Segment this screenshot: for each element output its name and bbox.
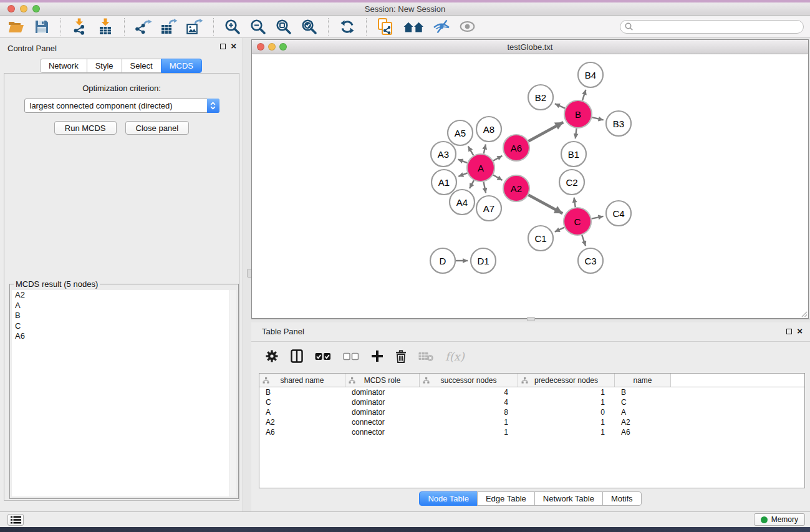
- toolbar-separator: [60, 18, 61, 36]
- zoom-out-icon[interactable]: [248, 17, 268, 36]
- double-home-icon[interactable]: [401, 17, 426, 36]
- memory-label: Memory: [771, 515, 798, 524]
- import-table-icon[interactable]: [95, 17, 115, 36]
- edge-C-C2[interactable]: [574, 198, 576, 207]
- scrollbar-track[interactable]: [229, 290, 236, 496]
- network-window-titlebar[interactable]: testGlobe.txt: [252, 40, 808, 54]
- columns-icon[interactable]: [291, 349, 303, 363]
- export-image-icon[interactable]: [185, 17, 205, 36]
- zoom-fit-icon[interactable]: [274, 17, 294, 36]
- graph-node-label: A5: [455, 128, 466, 138]
- tab-network-table[interactable]: Network Table: [534, 491, 603, 506]
- edge-A-A5[interactable]: [468, 147, 474, 156]
- edge-A-A4[interactable]: [470, 180, 474, 188]
- show-graphics-details-icon: [457, 17, 477, 36]
- criterion-dropdown[interactable]: largest connected component (directed): [24, 99, 219, 113]
- close-panel-button[interactable]: Close panel: [125, 121, 190, 135]
- export-table-icon[interactable]: [159, 17, 179, 36]
- new-network-from-selection-icon[interactable]: [375, 17, 395, 36]
- tab-select[interactable]: Select: [122, 59, 162, 73]
- open-session-icon[interactable]: [6, 17, 26, 36]
- result-item[interactable]: C: [12, 321, 236, 332]
- control-panel-title: Control Panel: [7, 44, 57, 53]
- edge-B-B3[interactable]: [592, 117, 603, 120]
- memory-button[interactable]: Memory: [754, 513, 805, 526]
- result-item[interactable]: A2: [12, 290, 236, 301]
- close-icon[interactable]: ×: [797, 327, 803, 335]
- edge-A-A7[interactable]: [484, 182, 486, 193]
- table-row[interactable]: A6connector11A6: [259, 427, 804, 437]
- tab-edge-table[interactable]: Edge Table: [477, 491, 535, 506]
- import-network-icon[interactable]: [70, 17, 90, 36]
- toolbar-separator: [124, 18, 125, 36]
- select-all-icon[interactable]: [315, 352, 331, 360]
- edge-C-C3[interactable]: [582, 235, 586, 246]
- cell: 1: [518, 398, 615, 407]
- split-pane-grip-horizontal[interactable]: [527, 317, 535, 321]
- result-item[interactable]: B: [12, 311, 236, 321]
- edge-B-B1[interactable]: [576, 128, 577, 138]
- edge-C-C1[interactable]: [555, 228, 564, 232]
- cell: A2: [615, 418, 671, 427]
- cell: A2: [259, 418, 345, 427]
- mcds-result-list[interactable]: A2ABCA6: [12, 290, 236, 496]
- edge-A-A2[interactable]: [493, 175, 503, 180]
- tab-network[interactable]: Network: [40, 59, 87, 73]
- graph-node-label: C4: [612, 208, 624, 219]
- edge-A2-C[interactable]: [528, 195, 562, 213]
- refresh-icon[interactable]: [337, 17, 357, 36]
- float-icon[interactable]: [786, 329, 792, 334]
- save-session-icon[interactable]: [32, 17, 52, 36]
- graph-node-label: B: [575, 109, 581, 120]
- column-header-name[interactable]: name: [615, 374, 671, 387]
- add-icon[interactable]: [371, 350, 383, 362]
- column-header-successor-nodes[interactable]: successor nodes: [420, 374, 518, 387]
- edge-A-A3[interactable]: [458, 160, 467, 163]
- edge-A6-B[interactable]: [528, 122, 563, 142]
- session-title: Session: New Session: [0, 4, 810, 14]
- table-row[interactable]: Cdominator41C: [259, 397, 804, 407]
- tab-motifs[interactable]: Motifs: [602, 491, 642, 506]
- edge-A-A1[interactable]: [458, 173, 467, 177]
- table-toolbar: f(x): [251, 342, 810, 370]
- network-canvas[interactable]: AA6A2BCA5A8A3A1A4A7B2B4B3B1C2C4C1C3DD1: [252, 54, 808, 318]
- search-icon: [625, 22, 634, 31]
- table-row[interactable]: Adominator80A: [259, 407, 804, 417]
- tab-style[interactable]: Style: [87, 59, 122, 73]
- result-item[interactable]: A: [12, 301, 236, 311]
- gear-icon[interactable]: [265, 349, 279, 363]
- column-header-MCDS-role[interactable]: MCDS role: [345, 374, 420, 387]
- status-bar: Memory: [0, 511, 810, 527]
- edge-C-C4[interactable]: [592, 216, 604, 219]
- export-network-icon[interactable]: [133, 17, 153, 36]
- cell: dominator: [345, 388, 420, 397]
- edge-A-A6[interactable]: [493, 156, 502, 161]
- edge-B-B2[interactable]: [555, 104, 565, 108]
- tab-mcds[interactable]: MCDS: [161, 59, 202, 73]
- edge-A-A8[interactable]: [484, 144, 486, 153]
- table-row[interactable]: Bdominator41B: [259, 387, 804, 397]
- zoom-selected-icon[interactable]: [299, 17, 319, 36]
- table-row[interactable]: A2connector11A2: [259, 417, 804, 427]
- delete-icon[interactable]: [395, 350, 407, 363]
- cell: 1: [518, 388, 615, 397]
- graph-node-label: B3: [613, 118, 624, 129]
- search-input[interactable]: [620, 20, 804, 34]
- run-mcds-button[interactable]: Run MCDS: [54, 121, 117, 135]
- deselect-all-icon[interactable]: [343, 352, 359, 360]
- cell: connector: [345, 418, 420, 427]
- tab-node-table[interactable]: Node Table: [419, 491, 478, 506]
- column-header-shared-name[interactable]: shared name: [259, 374, 345, 387]
- column-header-predecessor-nodes[interactable]: predecessor nodes: [518, 374, 615, 387]
- task-history-button[interactable]: [7, 514, 24, 526]
- network-graph[interactable]: AA6A2BCA5A8A3A1A4A7B2B4B3B1C2C4C1C3DD1: [252, 54, 808, 318]
- criterion-dropdown-value: largest connected component (directed): [25, 101, 207, 110]
- close-icon[interactable]: ×: [231, 42, 236, 50]
- result-item[interactable]: A6: [12, 331, 236, 342]
- float-icon[interactable]: [220, 44, 226, 49]
- edge-B-B4[interactable]: [582, 90, 586, 100]
- zoom-in-icon[interactable]: [223, 17, 243, 36]
- hide-graphics-details-icon[interactable]: [432, 17, 451, 36]
- desktop-strip-bottom: [0, 527, 810, 532]
- resize-grip-icon[interactable]: [801, 311, 808, 317]
